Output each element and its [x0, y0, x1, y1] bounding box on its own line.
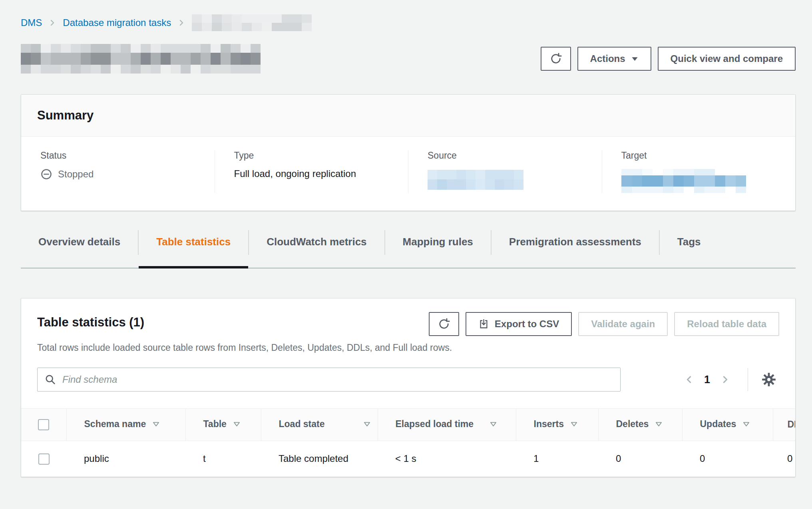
column-label: Inserts	[534, 419, 564, 429]
export-button-label: Export to CSV	[495, 318, 559, 330]
tab-overview-details[interactable]: Overview details	[21, 229, 138, 268]
cell-inserts: 1	[516, 441, 598, 477]
type-value: Full load, ongoing replication	[234, 168, 389, 179]
previous-page-button[interactable]	[680, 371, 698, 388]
reload-table-data-button[interactable]: Reload table data	[674, 312, 779, 336]
sort-icon[interactable]	[152, 420, 160, 430]
source-label: Source	[428, 150, 583, 161]
column-label: Elapsed load time	[396, 419, 474, 429]
tab-cloudwatch-metrics[interactable]: CloudWatch metrics	[249, 229, 384, 268]
column-header-schema-name[interactable]: Schema name	[66, 409, 185, 441]
sort-icon[interactable]	[490, 420, 497, 430]
actions-button[interactable]: Actions	[577, 47, 651, 71]
status-label: Status	[40, 150, 195, 161]
breadcrumb: DMS Database migration tasks	[21, 14, 796, 31]
dms-task-page: DMS Database migration tasks	[0, 0, 812, 509]
column-header-elapsed-load-time[interactable]: Elapsed load time	[378, 409, 516, 441]
tab-table-statistics[interactable]: Table statistics	[139, 229, 248, 268]
download-icon	[478, 319, 489, 330]
gear-icon	[762, 372, 776, 387]
column-header-table[interactable]: Table	[185, 409, 261, 441]
cell-table: t	[185, 441, 261, 477]
breadcrumb-database-migration-tasks[interactable]: Database migration tasks	[63, 17, 171, 28]
row-checkbox[interactable]	[38, 453, 50, 465]
sort-icon[interactable]	[233, 420, 241, 430]
cell-deletes: 0	[598, 441, 682, 477]
summary-body: Status Stopped Type Full load, ongoing r…	[21, 137, 795, 211]
cell-updates: 0	[682, 441, 773, 477]
column-header-inserts[interactable]: Inserts	[516, 409, 598, 441]
cell-load-state: Table completed	[261, 441, 378, 477]
table-statistics-table: Schema name Table Load state Elapsed loa…	[21, 409, 795, 477]
validate-again-button[interactable]: Validate again	[578, 312, 668, 336]
column-label: Schema name	[84, 419, 146, 429]
summary-field-status: Status Stopped	[21, 150, 215, 193]
column-label: Table	[203, 419, 227, 429]
stopped-status-icon	[40, 168, 52, 180]
table-statistics-card: Table statistics (1)	[21, 298, 796, 477]
column-header-deletes[interactable]: Deletes	[598, 409, 682, 441]
column-label: Load state	[279, 419, 325, 429]
target-link-redacted[interactable]	[621, 169, 746, 193]
controls-divider	[748, 368, 748, 391]
validate-button-label: Validate again	[591, 318, 655, 330]
column-label: Updates	[700, 419, 736, 429]
breadcrumb-dms[interactable]: DMS	[21, 17, 42, 28]
status-text: Stopped	[58, 169, 94, 180]
tab-mapping-rules[interactable]: Mapping rules	[385, 229, 491, 268]
current-page-number: 1	[698, 374, 716, 386]
quick-view-and-compare-button[interactable]: Quick view and compare	[658, 47, 796, 71]
cell-ddls: 0	[773, 441, 795, 477]
table-statistics-table-wrap: Schema name Table Load state Elapsed loa…	[21, 408, 795, 477]
summary-card: Summary Status Stopped Type Full load, o…	[21, 94, 796, 211]
summary-field-type: Type Full load, ongoing replication	[215, 150, 408, 193]
select-all-checkbox[interactable]	[38, 419, 49, 430]
breadcrumb-current-redacted	[192, 14, 312, 31]
reload-button-label: Reload table data	[687, 318, 766, 330]
next-page-button[interactable]	[716, 371, 734, 388]
sort-icon[interactable]	[742, 420, 750, 430]
column-header-ddls[interactable]: DDLs	[773, 409, 795, 441]
column-header-load-state[interactable]: Load state	[261, 409, 378, 441]
sort-icon[interactable]	[655, 420, 663, 430]
summary-field-source: Source	[408, 150, 602, 193]
search-icon	[44, 374, 56, 385]
cell-schema-name: public	[66, 441, 185, 477]
task-detail-tabs: Overview details Table statistics CloudW…	[21, 229, 796, 268]
table-statistics-description: Total rows include loaded source table r…	[21, 336, 795, 353]
table-statistics-title: Table statistics (1)	[37, 312, 144, 330]
page-title-redacted	[21, 44, 261, 74]
table-statistics-toolbar: Export to CSV Validate again Reload tabl…	[429, 312, 779, 336]
refresh-button[interactable]	[541, 47, 571, 71]
sort-icon[interactable]	[570, 420, 578, 430]
summary-title: Summary	[21, 95, 795, 137]
column-label: DDLs	[788, 419, 796, 429]
cell-elapsed-load-time: < 1 s	[378, 441, 516, 477]
export-to-csv-button[interactable]: Export to CSV	[466, 312, 572, 336]
refresh-icon	[438, 318, 450, 330]
refresh-icon	[550, 53, 562, 65]
table-row: public t Table completed < 1 s 1 0 0 0	[21, 441, 795, 477]
source-link-redacted[interactable]	[428, 170, 523, 190]
breadcrumb-chevron-icon	[177, 19, 185, 27]
quick-view-button-label: Quick view and compare	[671, 53, 783, 64]
sort-icon[interactable]	[363, 420, 371, 430]
target-label: Target	[621, 150, 776, 161]
table-refresh-button[interactable]	[429, 312, 459, 336]
column-header-updates[interactable]: Updates	[682, 409, 773, 441]
schema-search	[37, 368, 621, 392]
tab-tags[interactable]: Tags	[660, 229, 718, 268]
page-header: Actions Quick view and compare	[21, 44, 796, 74]
tab-premigration-assessments[interactable]: Premigration assessments	[492, 229, 659, 268]
table-preferences-button[interactable]	[758, 369, 779, 390]
find-schema-input[interactable]	[37, 368, 621, 392]
column-label: Deletes	[616, 419, 649, 429]
summary-field-target: Target	[602, 150, 796, 193]
caret-down-icon	[631, 55, 639, 63]
page-toolbar: Actions Quick view and compare	[541, 47, 796, 71]
breadcrumb-chevron-icon	[48, 19, 56, 27]
type-label: Type	[234, 150, 389, 161]
status-value: Stopped	[40, 168, 195, 180]
pagination: 1	[680, 368, 779, 391]
actions-button-label: Actions	[590, 53, 625, 64]
